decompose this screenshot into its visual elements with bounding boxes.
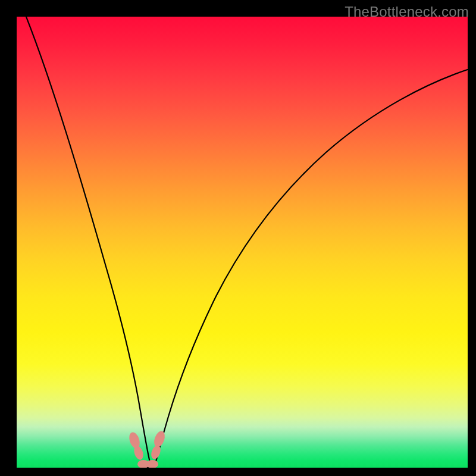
chart-plot-area xyxy=(17,17,468,468)
chart-curve-svg xyxy=(17,17,468,468)
curve-left-branch xyxy=(24,17,151,468)
watermark-text: TheBottleneck.com xyxy=(345,4,469,20)
curve-right-branch xyxy=(155,67,468,466)
marker-right-upper xyxy=(152,430,167,449)
